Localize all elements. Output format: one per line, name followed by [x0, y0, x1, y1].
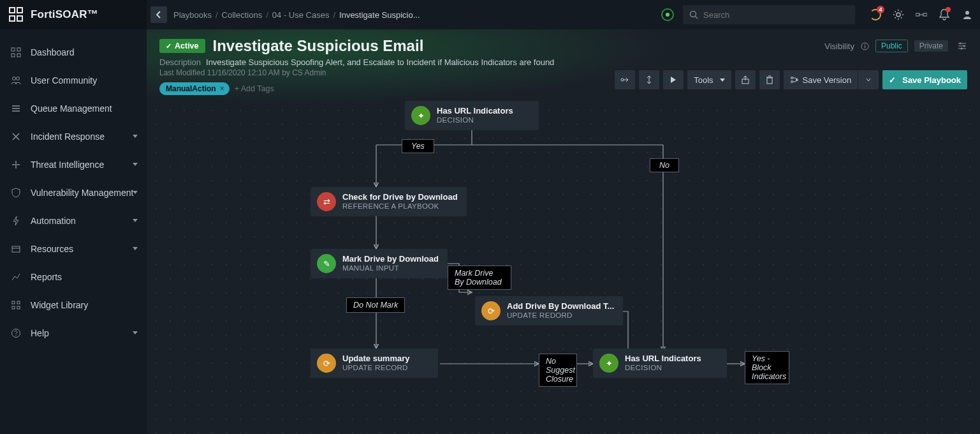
pending-tasks-icon[interactable]: 4 [865, 4, 886, 25]
svg-point-2 [896, 13, 900, 17]
breadcrumb-item[interactable]: Collections [222, 10, 263, 20]
edge-label-no[interactable]: No [650, 158, 679, 172]
connector-icon[interactable] [911, 4, 932, 25]
svg-rect-4 [923, 13, 927, 16]
svg-rect-22 [17, 306, 20, 309]
description-label: Description [159, 57, 201, 67]
svg-point-0 [691, 11, 696, 17]
box-icon [10, 243, 22, 255]
sidebar-item-widget-library[interactable]: Widget Library [0, 291, 147, 319]
sidebar-item-user-community[interactable]: User Community [0, 66, 147, 94]
svg-point-34 [621, 79, 624, 81]
save-version-caret[interactable] [858, 70, 879, 89]
sidebar-item-label: Queue Management [31, 103, 112, 114]
sidebar: Dashboard User Community Queue Managemen… [0, 29, 147, 434]
node-check-drive-by-download[interactable]: ⇄ Check for Drive by DownloadREFERENCE A… [311, 187, 467, 216]
user-icon[interactable] [957, 4, 977, 25]
svg-rect-8 [17, 48, 20, 51]
settings-icon[interactable] [888, 4, 909, 25]
edge-label-do-not-mark[interactable]: Do Not Mark [346, 297, 405, 313]
branch-icon [790, 76, 799, 84]
edge-label-yes[interactable]: Yes [402, 139, 434, 153]
tag-remove-icon[interactable]: × [220, 84, 224, 93]
logo-icon [9, 7, 24, 22]
svg-rect-9 [11, 54, 15, 57]
app-logo[interactable]: FortiSOAR™ [0, 0, 147, 29]
sidebar-item-vulnerability-management[interactable]: Vulnerability Management [0, 179, 147, 207]
node-has-url-indicators-1[interactable]: ✦ Has URL IndicatorsDECISION [405, 101, 539, 130]
sidebar-item-label: User Community [31, 75, 97, 86]
sidebar-item-reports[interactable]: Reports [0, 263, 147, 291]
queue-icon [10, 103, 22, 114]
sidebar-item-help[interactable]: Help [0, 319, 147, 347]
back-button[interactable] [150, 6, 167, 23]
notification-count: 4 [877, 6, 884, 13]
sidebar-item-dashboard[interactable]: Dashboard [0, 38, 147, 66]
tools-dropdown[interactable]: Tools [687, 70, 731, 89]
tag-pill[interactable]: ManualAction × [159, 82, 230, 95]
delete-button[interactable] [759, 70, 780, 89]
sidebar-item-label: Threat Intelligence [31, 160, 104, 170]
svg-rect-19 [12, 301, 15, 304]
app-name: FortiSOAR™ [31, 8, 98, 21]
input-step-button[interactable] [615, 70, 635, 89]
node-has-url-indicators-2[interactable]: ✦ Has URL IndicatorsDECISION [593, 348, 727, 378]
threat-icon [10, 159, 22, 170]
output-step-button[interactable] [639, 70, 659, 89]
sidebar-item-incident-response[interactable]: Incident Response [0, 123, 147, 151]
notifications-icon[interactable] [934, 4, 954, 25]
edge-label-no-suggest[interactable]: No Suggest Closure [539, 354, 577, 387]
visibility-private-button[interactable]: Private [914, 40, 948, 52]
global-search[interactable] [683, 5, 855, 24]
breadcrumb-item[interactable]: Playbooks [173, 10, 212, 20]
sidebar-item-label: Help [31, 328, 49, 338]
sidebar-item-resources[interactable]: Resources [0, 235, 147, 263]
visibility-public-button[interactable]: Public [875, 40, 908, 52]
node-mark-drive-by-download[interactable]: ✎ Mark Drive by DownloadMANUAL INPUT [311, 249, 448, 278]
reference-icon: ⇄ [317, 192, 336, 211]
svg-point-12 [17, 77, 20, 80]
run-button[interactable] [663, 70, 684, 89]
sidebar-item-label: Widget Library [31, 300, 88, 310]
svg-point-16 [15, 164, 17, 166]
edge-label-yes-block[interactable]: Yes - Block Indicators [745, 351, 789, 384]
save-version-button[interactable]: Save Version [784, 70, 858, 89]
svg-rect-3 [916, 13, 919, 16]
playbook-header: Active Investigate Suspicious Email Visi… [147, 29, 980, 101]
tag-label: ManualAction [166, 84, 216, 93]
node-add-drive-by-download[interactable]: ⟳ Add Drive By Download T...UPDATE REDOR… [475, 296, 623, 326]
svg-rect-17 [12, 246, 20, 252]
save-playbook-button[interactable]: Save Playbook [882, 70, 967, 89]
sidebar-item-label: Reports [31, 272, 62, 282]
info-icon[interactable] [861, 42, 869, 50]
modified-value: 11/16/2020 12:10 AM by CS Admin [207, 68, 326, 77]
add-tags-button[interactable]: + Add Tags [235, 84, 274, 93]
visibility-label: Visibility [824, 41, 854, 51]
bolt-icon [10, 215, 22, 227]
sidebar-item-queue-management[interactable]: Queue Management [0, 94, 147, 123]
status-badge[interactable]: Active [159, 39, 205, 53]
search-input[interactable] [703, 10, 849, 20]
manual-input-icon: ✎ [317, 254, 336, 273]
breadcrumb-item[interactable]: 04 - Use Cases [272, 10, 330, 20]
svg-point-27 [865, 44, 865, 45]
sidebar-item-label: Dashboard [31, 47, 75, 57]
svg-point-33 [961, 48, 963, 50]
description-text: Investigate Suspicious Spoofing Alert, a… [206, 57, 554, 67]
node-update-summary[interactable]: ⟳ Update summaryUPDATE RECORD [311, 348, 438, 378]
svg-line-1 [696, 17, 698, 19]
shield-icon [10, 187, 22, 198]
status-indicator-icon[interactable] [661, 8, 674, 21]
decision-icon: ✦ [599, 354, 618, 373]
edge-label-mark-drive[interactable]: Mark Drive By Download [448, 266, 511, 290]
sidebar-item-automation[interactable]: Automation [0, 207, 147, 235]
grid-icon [10, 47, 22, 58]
export-button[interactable] [735, 70, 756, 89]
svg-point-24 [15, 335, 16, 336]
svg-rect-21 [12, 306, 15, 309]
svg-point-32 [963, 45, 965, 47]
sidebar-item-threat-intelligence[interactable]: Threat Intelligence [0, 151, 147, 179]
workflow-canvas[interactable]: ✦ Has URL IndicatorsDECISION Yes No ⇄ Ch… [147, 101, 980, 434]
settings-sliders-icon[interactable] [957, 41, 967, 50]
search-icon [689, 10, 698, 19]
